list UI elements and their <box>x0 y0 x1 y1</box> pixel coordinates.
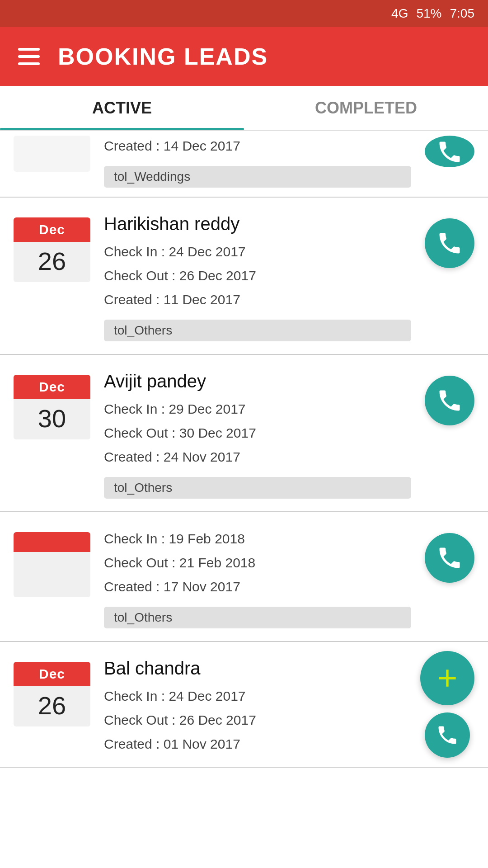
lead-created: Created : 11 Dec 2017 <box>104 289 411 310</box>
lead-tag: tol_Weddings <box>104 166 411 188</box>
tab-active[interactable]: ACTIVE <box>0 86 244 130</box>
app-title: BOOKING LEADS <box>58 43 268 70</box>
fab-container <box>420 651 474 758</box>
calendar-month: Dec <box>14 375 90 399</box>
lead-checkin: Check In : 24 Dec 2017 <box>104 241 411 262</box>
lead-tag: tol_Others <box>104 477 411 499</box>
lead-created: Created : 24 Nov 2017 <box>104 447 411 467</box>
list-item: Dec 26 Harikishan reddy Check In : 24 De… <box>0 198 488 355</box>
call-button[interactable] <box>425 533 474 583</box>
lead-checkin: Check In : 24 Dec 2017 <box>104 686 474 706</box>
calendar-widget: Dec 26 <box>14 662 90 726</box>
tab-active-underline <box>0 128 244 130</box>
lead-name: Harikishan reddy <box>104 214 411 234</box>
lead-checkout: Check Out : 26 Dec 2017 <box>104 710 474 730</box>
lead-created: Created : 01 Nov 2017 <box>104 734 474 754</box>
fab-add-button[interactable] <box>420 651 474 705</box>
lead-tag: tol_Others <box>104 320 411 341</box>
lead-created: Created : 14 Dec 2017 <box>104 136 411 156</box>
lead-name: Bal chandra <box>104 658 474 679</box>
battery-indicator: 51% <box>416 6 441 21</box>
tab-completed-label: COMPLETED <box>315 99 417 118</box>
lead-checkin: Check In : 29 Dec 2017 <box>104 399 411 419</box>
call-button[interactable] <box>425 376 474 425</box>
signal-indicator: 4G <box>391 6 408 21</box>
lead-name: Avijit pandey <box>104 371 411 392</box>
app-bar: BOOKING LEADS <box>0 27 488 86</box>
calendar-month: Dec <box>14 662 90 686</box>
lead-info: Created : 14 Dec 2017 tol_Weddings <box>104 136 411 188</box>
leads-list: Created : 14 Dec 2017 tol_Weddings Dec 2… <box>0 131 488 768</box>
list-item: Check In : 19 Feb 2018 Check Out : 21 Fe… <box>0 512 488 642</box>
lead-tag: tol_Others <box>104 607 411 628</box>
call-button[interactable] <box>425 218 474 268</box>
calendar-day: 26 <box>14 242 90 282</box>
tab-completed[interactable]: COMPLETED <box>244 86 488 130</box>
lead-checkin: Check In : 19 Feb 2018 <box>104 528 411 549</box>
call-button-partial[interactable] <box>425 136 474 167</box>
lead-checkout: Check Out : 26 Dec 2017 <box>104 265 411 286</box>
fab-call-button[interactable] <box>425 712 470 758</box>
lead-info: Avijit pandey Check In : 29 Dec 2017 Che… <box>104 371 411 499</box>
calendar-widget <box>14 136 90 172</box>
tab-active-label: ACTIVE <box>92 99 152 118</box>
lead-info: Harikishan reddy Check In : 24 Dec 2017 … <box>104 214 411 341</box>
calendar-day: 26 <box>14 686 90 726</box>
calendar-widget <box>14 532 90 597</box>
lead-checkout: Check Out : 21 Feb 2018 <box>104 552 411 573</box>
time-display: 7:05 <box>450 6 475 21</box>
lead-info: Check In : 19 Feb 2018 Check Out : 21 Fe… <box>104 528 411 628</box>
tabs-bar: ACTIVE COMPLETED <box>0 86 488 131</box>
calendar-month <box>14 532 90 552</box>
calendar-day <box>14 552 90 597</box>
calendar-month: Dec <box>14 217 90 242</box>
calendar-widget: Dec 30 <box>14 375 90 439</box>
status-bar: 4G 51% 7:05 <box>0 0 488 27</box>
menu-icon[interactable] <box>18 48 40 65</box>
lead-info: Bal chandra Check In : 24 Dec 2017 Check… <box>104 658 474 754</box>
list-item: Dec 26 Bal chandra Check In : 24 Dec 201… <box>0 642 488 768</box>
lead-created: Created : 17 Nov 2017 <box>104 576 411 597</box>
calendar-day: 30 <box>14 399 90 439</box>
list-item: Dec 30 Avijit pandey Check In : 29 Dec 2… <box>0 355 488 512</box>
calendar-widget: Dec 26 <box>14 217 90 282</box>
lead-checkout: Check Out : 30 Dec 2017 <box>104 423 411 443</box>
list-item: Created : 14 Dec 2017 tol_Weddings <box>0 131 488 198</box>
